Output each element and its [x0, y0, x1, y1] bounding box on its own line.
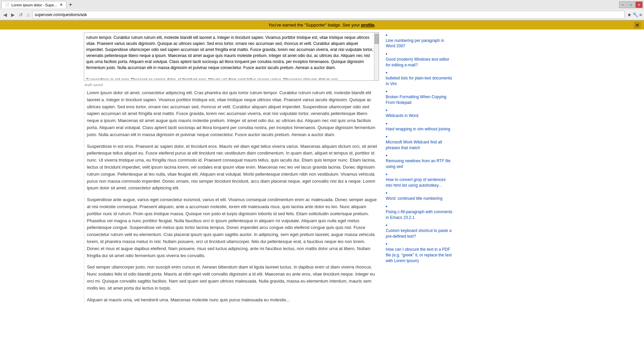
title-bar: 📄 Lorem ipsum dolor - Supe... ✕ + ─ □ ✕: [0, 0, 644, 9]
sidebar-list-item: Custom keyboard shortcut to paste a pre-…: [386, 222, 453, 239]
forward-button[interactable]: ▶: [10, 11, 16, 18]
main-container: draft saved Lorem ipsum dolor sit amet, …: [80, 29, 564, 311]
tab-title: Lorem ipsum dolor - Supe...: [11, 3, 57, 7]
sidebar-link-list: Line numbering per paragraph in Word 200…: [386, 32, 453, 263]
sidebar-link[interactable]: Broken Formatting When Copying From Note…: [386, 94, 453, 106]
minimize-button[interactable]: ─: [619, 1, 627, 8]
close-button[interactable]: ✕: [635, 1, 643, 8]
sidebar-link[interactable]: Line numbering per paragraph in Word 200…: [386, 38, 453, 49]
sidebar-link[interactable]: Custom keyboard shortcut to paste a pre-…: [386, 228, 453, 239]
home-button[interactable]: ⌂: [25, 11, 31, 18]
answer-paragraph-3: Suspendisse ante augue, varius eget cons…: [87, 196, 379, 259]
browser-chrome: 📄 Lorem ipsum dolor - Supe... ✕ + ─ □ ✕ …: [0, 0, 644, 20]
maximize-button[interactable]: □: [627, 1, 635, 8]
editor-scrollbar[interactable]: [374, 33, 379, 80]
draft-saved-indicator: draft saved: [84, 83, 379, 87]
sidebar-list-item: How can I obscure the text in a PDF file…: [386, 241, 453, 263]
sidebar-link[interactable]: Hard wrapping in vim without joining: [386, 126, 453, 132]
url-input[interactable]: [32, 11, 624, 19]
back-button[interactable]: ◀: [2, 11, 8, 18]
sidebar-list-item: Wildcards in Word: [386, 108, 453, 119]
answer-paragraph-1: Lorem ipsum dolor sit amet, consectetur …: [87, 89, 379, 138]
answer-paragraph-2: Suspendisse in est eros. Praesent ac sap…: [87, 143, 379, 192]
sidebar-link[interactable]: How to convert grop of sentences into ht…: [386, 177, 453, 188]
sidebar: Line numbering per paragraph in Word 200…: [382, 29, 456, 311]
scrollbar-thumb[interactable]: [375, 34, 379, 44]
sidebar-link[interactable]: bulleted lists for plain-text documents …: [386, 75, 453, 87]
sidebar-list-item: Microsoft Work Wildcard find all phrases…: [386, 134, 453, 150]
sidebar-list-item: Hard wrapping in vim without joining: [386, 121, 453, 132]
sidebar-list-item: Fixing c-fill-paragraph with comments in…: [386, 203, 453, 220]
content-area: draft saved Lorem ipsum dolor sit amet, …: [80, 29, 382, 311]
sidebar-list-item: Broken Formatting When Copying From Note…: [386, 88, 453, 105]
sidebar-list-item: Good (modern) Windows text editor for ed…: [386, 51, 453, 68]
notification-close-button[interactable]: ✕: [634, 22, 641, 28]
sidebar-link[interactable]: Word: continued title numbering: [386, 196, 453, 201]
notification-text: You've earned the "Supporter" badge. See…: [268, 22, 376, 27]
notification-profile-link[interactable]: profile: [361, 22, 375, 27]
tab-favicon-icon: 📄: [5, 3, 10, 7]
sidebar-link[interactable]: Good (modern) Windows text editor for ed…: [386, 57, 453, 68]
sidebar-list-item: How to convert grop of sentences into ht…: [386, 172, 453, 188]
toolbar-icons: ★ 🔧 ≡: [627, 12, 642, 17]
answer-content: Lorem ipsum dolor sit amet, consectetur …: [84, 89, 379, 303]
answer-paragraph-5: Aliquam at mauris urna, vel hendrerit ur…: [87, 297, 379, 304]
answer-paragraph-4: Sed semper ullamcorper justo, non suscip…: [87, 264, 379, 292]
new-tab-button[interactable]: +: [66, 0, 75, 9]
browser-tab[interactable]: 📄 Lorem ipsum dolor - Supe... ✕: [1, 1, 66, 8]
sidebar-link[interactable]: How can I obscure the text in a PDF file…: [386, 247, 453, 263]
sidebar-list-item: bulleted lists for plain-text documents …: [386, 70, 453, 86]
extensions-icon[interactable]: 🔧: [633, 12, 638, 17]
menu-icon[interactable]: ≡: [639, 12, 642, 17]
sidebar-link[interactable]: Fixing c-fill-paragraph with comments in…: [386, 209, 453, 221]
window-controls: ─ □ ✕: [619, 1, 643, 8]
address-bar: ◀ ▶ ↺ ⌂ ★ 🔧 ≡: [0, 9, 644, 20]
refresh-button[interactable]: ↺: [17, 11, 24, 18]
tab-close-icon[interactable]: ✕: [60, 3, 63, 7]
notification-banner: You've earned the "Supporter" badge. See…: [0, 20, 644, 29]
sidebar-link[interactable]: Wildcards in Word: [386, 113, 453, 119]
sidebar-link[interactable]: Removing newlines from an RTF file using…: [386, 158, 453, 170]
sidebar-list-item: Word: continued title numbering: [386, 190, 453, 201]
editor-container: [84, 32, 379, 81]
sidebar-list-item: Line numbering per paragraph in Word 200…: [386, 32, 453, 49]
bookmark-icon[interactable]: ★: [627, 12, 632, 17]
editor-textarea[interactable]: [84, 33, 379, 79]
sidebar-link[interactable]: Microsoft Work Wildcard find all phrases…: [386, 139, 453, 151]
sidebar-list-item: Removing newlines from an RTF file using…: [386, 153, 453, 170]
